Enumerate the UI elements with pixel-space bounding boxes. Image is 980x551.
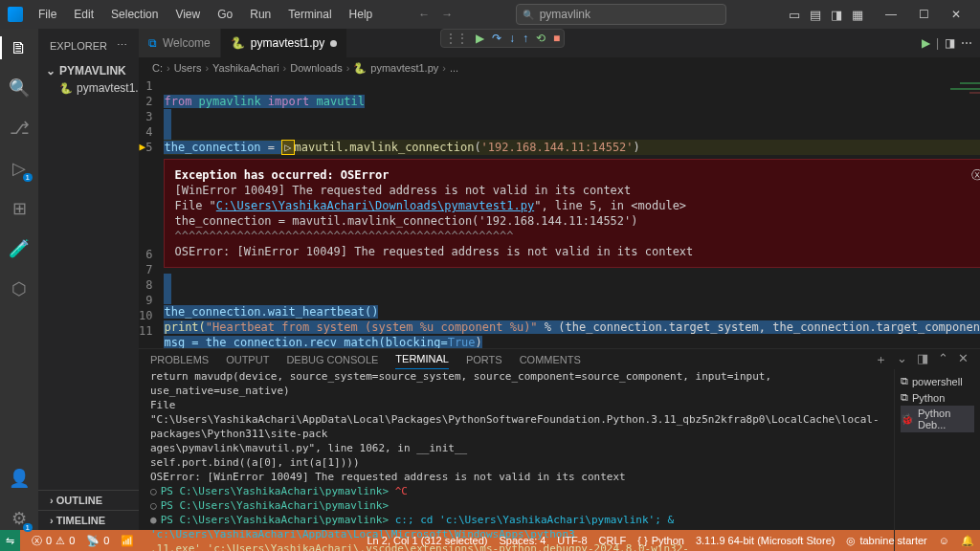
menu-go[interactable]: Go — [210, 4, 240, 25]
status-tabnine[interactable]: ◎ tabnine starter — [846, 535, 926, 547]
activity-search-icon[interactable]: 🔍 — [8, 77, 31, 99]
vscode-logo-icon — [8, 7, 23, 22]
editor-group: ⧉ Welcome 🐍 pymavtest1.py ▶ | ◨ ⋯ C:› Us… — [139, 29, 980, 530]
debug-continue-icon[interactable]: ▶ — [476, 32, 484, 45]
terminal-new-icon[interactable]: ＋ — [875, 351, 887, 368]
debug-restart-icon[interactable]: ⟲ — [536, 32, 546, 45]
activity-bar: 🗎 🔍 ⎇ ▷1 ⊞ 🧪 ⬡ 👤 ⚙1 — [0, 29, 38, 530]
python-file-icon: 🐍 — [231, 36, 245, 50]
menu-help[interactable]: Help — [342, 4, 381, 25]
exception-line: [WinError 10049] The requested address i… — [174, 183, 980, 198]
menu-selection[interactable]: Selection — [103, 4, 166, 25]
split-editor-icon[interactable]: ◨ — [945, 36, 955, 50]
tree-root-folder[interactable]: ⌄ PYMAVLINK — [42, 62, 135, 79]
activity-remote-icon[interactable]: ⬡ — [8, 277, 31, 300]
sidebar-title: EXPLORER — [50, 40, 107, 52]
status-remote[interactable]: ⇋ — [0, 530, 20, 551]
activity-scm-icon[interactable]: ⎇ — [8, 117, 31, 140]
nav-forward-icon[interactable]: → — [441, 8, 453, 21]
status-spaces[interactable]: Spaces: 4 — [499, 535, 546, 547]
panel-tab-debug[interactable]: DEBUG CONSOLE — [286, 350, 378, 369]
activity-account-icon[interactable]: 👤 — [8, 467, 31, 490]
tree-folder-label: PYMAVLINK — [59, 64, 126, 77]
panel-tab-terminal[interactable]: TERMINAL — [395, 349, 449, 369]
terminal-item-debug[interactable]: 🐞 Python Deb... — [901, 406, 974, 432]
panel-tab-problems[interactable]: PROBLEMS — [150, 350, 209, 369]
panel-toggle-icon[interactable]: ▤ — [810, 8, 821, 22]
menu-bar: File Edit Selection View Go Run Terminal… — [31, 4, 380, 25]
sidebar-toggle-icon[interactable]: ◨ — [831, 8, 842, 22]
nav-arrows: ← → — [418, 8, 453, 21]
terminal-split-icon[interactable]: ◨ — [917, 351, 928, 368]
status-interpreter[interactable]: 3.11.9 64-bit (Microsoft Store) — [696, 535, 835, 547]
status-port[interactable]: 📡 0 — [86, 535, 109, 547]
title-bar: File Edit Selection View Go Run Terminal… — [0, 0, 980, 29]
status-errors[interactable]: ⓧ 0 ⚠ 0 — [32, 534, 75, 548]
code-editor[interactable]: 12345 67891011 from pymavlink import mav… — [139, 78, 980, 348]
panel-tab-comments[interactable]: COMMENTS — [520, 350, 581, 369]
status-broadcast-icon[interactable]: 📶 — [121, 535, 134, 547]
vscode-small-icon: ⧉ — [148, 36, 157, 50]
layout-toggle-icon[interactable]: ▭ — [789, 8, 800, 22]
status-eol[interactable]: CRLF — [599, 535, 627, 547]
exception-line: OSError: [WinError 10049] The requested … — [174, 244, 980, 259]
window-maximize-button[interactable]: ☐ — [907, 0, 940, 29]
exception-close-icon[interactable]: ⓧ — [971, 167, 980, 183]
tab-file[interactable]: 🐍 pymavtest1.py — [221, 29, 347, 57]
exception-title: Exception has occurred: OSError — [174, 168, 389, 182]
panel-close-icon[interactable]: ✕ — [958, 351, 969, 368]
window-close-button[interactable]: ✕ — [940, 0, 972, 29]
debug-step-over-icon[interactable]: ↷ — [492, 32, 501, 45]
status-feedback-icon[interactable]: ☺ — [939, 535, 949, 547]
breadcrumb[interactable]: C:› Users› YashikaAchari› Downloads› 🐍 p… — [139, 57, 980, 78]
activity-extensions-icon[interactable]: ⊞ — [8, 197, 31, 220]
debug-toolbar[interactable]: ⋮⋮ ▶ ↷ ↓ ↑ ⟲ ■ — [440, 29, 565, 48]
exception-widget: ⓧ Exception has occurred: OSError [WinEr… — [164, 159, 980, 268]
sidebar-more-icon[interactable]: ⋯ — [117, 39, 127, 52]
menu-edit[interactable]: Edit — [66, 4, 101, 25]
panel-maximize-icon[interactable]: ⌃ — [938, 351, 948, 368]
terminal-output[interactable]: return mavudp(device, source_system=sour… — [139, 369, 894, 551]
terminal-item-py[interactable]: ⧉ Python — [901, 389, 974, 406]
sidebar-explorer: EXPLORER ⋯ ⌄ PYMAVLINK 🐍 pymavtest1.py ›… — [38, 29, 139, 530]
panel-tab-ports[interactable]: PORTS — [466, 350, 502, 369]
python-file-icon: 🐍 — [59, 82, 73, 95]
menu-file[interactable]: File — [31, 4, 64, 25]
menu-run[interactable]: Run — [242, 4, 278, 25]
status-encoding[interactable]: UTF-8 — [557, 535, 587, 547]
current-line-arrow-icon: ▶ — [139, 140, 145, 155]
debug-grip-icon[interactable]: ⋮⋮ — [445, 32, 468, 45]
run-file-icon[interactable]: ▶ — [922, 36, 930, 50]
menu-view[interactable]: View — [167, 4, 208, 25]
debug-step-into-icon[interactable]: ↓ — [509, 32, 515, 45]
terminal-dropdown-icon[interactable]: ⌄ — [897, 351, 907, 368]
tab-label: pymavtest1.py — [251, 36, 324, 50]
tree-file[interactable]: 🐍 pymavtest1.py — [42, 79, 135, 97]
activity-settings-icon[interactable]: ⚙1 — [8, 507, 31, 530]
more-actions-icon[interactable]: ⋯ — [961, 36, 972, 50]
bottom-panel: PROBLEMS OUTPUT DEBUG CONSOLE TERMINAL P… — [139, 348, 980, 530]
window-minimize-button[interactable]: — — [875, 0, 907, 29]
exception-file-link[interactable]: C:\Users\YashikaAchari\Downloads\pymavte… — [216, 199, 534, 212]
layout-custom-icon[interactable]: ▦ — [852, 8, 863, 22]
terminal-list: ⧉ powershell ⧉ Python 🐞 Python Deb... — [894, 369, 980, 551]
status-lncol[interactable]: Ln 2, Col 1 (312 selected) — [367, 535, 487, 547]
activity-testing-icon[interactable]: 🧪 — [8, 237, 31, 260]
activity-explorer-icon[interactable]: 🗎 — [8, 36, 31, 59]
tab-label: Welcome — [163, 36, 211, 50]
tab-welcome[interactable]: ⧉ Welcome — [139, 29, 221, 57]
exception-line: the_connection = mavutil.mavlink_connect… — [174, 213, 980, 229]
status-bell-icon[interactable]: 🔔 — [961, 535, 974, 547]
status-language[interactable]: { } Python — [637, 535, 684, 547]
sidebar-timeline[interactable]: › TIMELINE — [38, 510, 139, 530]
panel-tab-output[interactable]: OUTPUT — [226, 350, 269, 369]
modified-dot-icon — [330, 40, 337, 47]
terminal-item-ps[interactable]: ⧉ powershell — [901, 373, 974, 389]
sidebar-outline[interactable]: › OUTLINE — [38, 490, 139, 510]
menu-terminal[interactable]: Terminal — [280, 4, 339, 25]
nav-back-icon[interactable]: ← — [418, 8, 430, 21]
command-center-search[interactable]: pymavlink — [516, 4, 726, 25]
debug-step-out-icon[interactable]: ↑ — [523, 32, 528, 45]
debug-stop-icon[interactable]: ■ — [553, 32, 560, 45]
activity-debug-icon[interactable]: ▷1 — [8, 157, 31, 180]
